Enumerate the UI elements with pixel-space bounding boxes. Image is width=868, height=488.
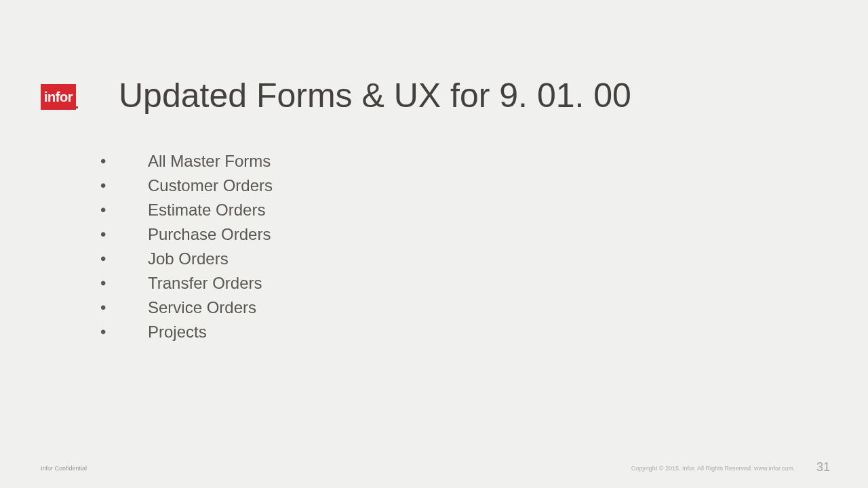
slide-title: Updated Forms & UX for 9. 01. 00	[119, 76, 631, 115]
infor-logo: infor	[41, 84, 76, 110]
list-item: Customer Orders	[100, 174, 273, 198]
list-item: Service Orders	[100, 296, 273, 320]
logo-text: infor	[44, 89, 73, 105]
list-item: Job Orders	[100, 247, 273, 271]
list-item: Estimate Orders	[100, 198, 273, 222]
footer-copyright: Copyright © 2015. Infor. All Rights Rese…	[631, 465, 793, 472]
list-item: Purchase Orders	[100, 222, 273, 247]
list-item: Transfer Orders	[100, 271, 273, 296]
list-item: Projects	[100, 320, 273, 344]
footer-confidential: Infor Confidential	[41, 465, 87, 472]
slide: infor Updated Forms & UX for 9. 01. 00 A…	[0, 0, 868, 488]
list-item: All Master Forms	[100, 149, 273, 174]
bullet-list: All Master Forms Customer Orders Estimat…	[100, 149, 273, 344]
page-number: 31	[816, 460, 830, 474]
